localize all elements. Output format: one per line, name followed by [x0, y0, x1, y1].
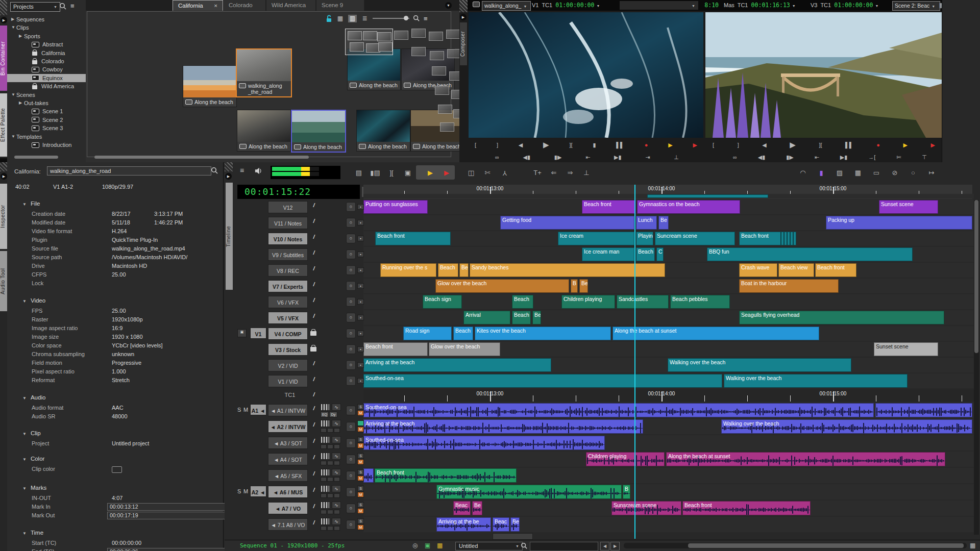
- pause-icon[interactable]: ▌▌: [845, 140, 853, 150]
- record-monitor-icon[interactable]: ▣: [237, 329, 247, 337]
- timeline-clip[interactable]: Beach sign: [423, 295, 462, 309]
- track-power-button[interactable]: ○: [346, 455, 356, 464]
- export-icon[interactable]: ↦: [925, 166, 938, 180]
- track-v8-rec-select[interactable]: V8 / REC: [268, 264, 308, 277]
- timeline-clip[interactable]: Putting on sunglasses: [363, 200, 428, 214]
- timeline-clip[interactable]: Southed-on-sea: [363, 374, 722, 388]
- timeline-clip[interactable]: Gymnastic music: [436, 485, 622, 499]
- mute-button[interactable]: M: [357, 410, 364, 416]
- solo-button[interactable]: S: [357, 404, 364, 410]
- list-view-icon[interactable]: ≣: [360, 15, 369, 22]
- tab-california[interactable]: California×: [173, 0, 223, 11]
- track-power-button[interactable]: ○: [346, 313, 356, 322]
- automation-tool-icon[interactable]: ∿: [332, 436, 341, 443]
- extend-icon[interactable]: →[: [868, 152, 875, 162]
- master-timecode-display[interactable]: 00:01:15:22: [237, 185, 360, 199]
- timeline-clip[interactable]: Sandcastles: [617, 295, 669, 309]
- sequence-dropdown[interactable]: Scene 2: Beac▼: [892, 1, 940, 11]
- palette-icon[interactable]: ▦: [437, 542, 443, 549]
- timeline-clip[interactable]: Arriving at the beach: [363, 419, 643, 434]
- timeline-clip[interactable]: Arrival: [463, 311, 510, 324]
- section-header-clip[interactable]: ▼Clip: [22, 430, 41, 436]
- track-v12-select[interactable]: V12: [268, 201, 308, 213]
- loop-icon[interactable]: ◎: [412, 542, 418, 549]
- solo-button[interactable]: S: [357, 486, 364, 491]
- scroll-right-icon[interactable]: ▶: [610, 542, 620, 550]
- pencil-icon[interactable]: /: [310, 218, 318, 224]
- track-power-button[interactable]: ○: [346, 360, 356, 370]
- pause-icon[interactable]: ▌▌: [616, 140, 624, 150]
- track-7-1-a8-vo-select[interactable]: ◄ 7.1 A8 / VO: [268, 518, 308, 531]
- eq-badge[interactable]: EQ: [321, 412, 329, 417]
- track-power-button[interactable]: ○: [346, 202, 356, 212]
- pencil-icon[interactable]: /: [310, 454, 318, 460]
- track-power-button[interactable]: ○: [346, 376, 356, 386]
- timeline-clip[interactable]: Kites over the beach: [475, 327, 611, 340]
- tab-scene-9[interactable]: Scene 9: [316, 0, 364, 11]
- drag-selection-box[interactable]: [345, 29, 393, 55]
- track-v9-subtitles-select[interactable]: V9 / Subtitles: [268, 248, 308, 261]
- timeline-clip[interactable]: Beach: [453, 327, 473, 340]
- grid-view-icon[interactable]: ▥: [348, 15, 357, 22]
- clip-card[interactable]: Along the beach: [291, 110, 346, 153]
- mark-in-icon[interactable]: [: [713, 140, 714, 150]
- splice-in-icon[interactable]: ▶: [903, 140, 907, 150]
- automation-tool-icon[interactable]: ∿: [332, 518, 341, 525]
- tab-colorado[interactable]: Colorado: [224, 0, 266, 11]
- waveform-tool-icon[interactable]: [321, 502, 330, 509]
- timeline-clip[interactable]: C: [656, 247, 664, 261]
- timeline-clip[interactable]: Beach: [636, 247, 655, 261]
- track-power-button[interactable]: ○: [346, 344, 356, 354]
- pencil-icon[interactable]: /: [310, 234, 318, 240]
- timeline-clip[interactable]: [647, 194, 768, 198]
- section-header-file[interactable]: ▼File: [22, 201, 40, 207]
- pencil-icon[interactable]: /: [310, 313, 318, 319]
- track-a7-vo-select[interactable]: ◄ A7 / VO: [268, 502, 308, 514]
- segment-overwrite-icon[interactable]: ▶: [440, 166, 453, 180]
- bin-hscrollbar[interactable]: [94, 156, 309, 159]
- overwrite-icon[interactable]: ▶: [930, 140, 935, 150]
- timeline-clip[interactable]: Beach: [512, 295, 533, 309]
- section-header-audio[interactable]: ▼Audio: [22, 394, 45, 400]
- audio-tool-rail-label[interactable]: Audio Tool: [0, 251, 7, 311]
- timeline-drag-handle[interactable]: [225, 162, 233, 171]
- property-input[interactable]: 00:00:26:26: [107, 548, 234, 551]
- clip-name-input[interactable]: [47, 166, 211, 176]
- search-icon[interactable]: [59, 3, 67, 10]
- pencil-icon[interactable]: /: [310, 519, 318, 525]
- pencil-icon[interactable]: /: [310, 470, 318, 477]
- timeline-clip[interactable]: Beach view: [778, 263, 814, 277]
- record-icon[interactable]: ●: [645, 140, 648, 150]
- track-v6-vfx-select[interactable]: V6 / VFX: [268, 296, 308, 308]
- timeline-clip[interactable]: Getting food: [500, 216, 634, 230]
- thumbnail-size-slider[interactable]: [373, 18, 409, 19]
- track-power-button[interactable]: ○: [346, 297, 356, 307]
- track-power-button[interactable]: ○: [346, 218, 356, 228]
- timeline-clip[interactable]: Beach front: [375, 232, 451, 245]
- composer-expand-icon[interactable]: ▶: [460, 14, 467, 20]
- track-v4-comp-select[interactable]: V4 / COMP: [268, 328, 308, 340]
- automation-tool-icon[interactable]: ∿: [332, 485, 341, 492]
- timeline-expand-icon[interactable]: ▶: [225, 173, 232, 180]
- timeline-clip[interactable]: Seagulls flying overhead: [739, 311, 944, 324]
- clip-color-checkbox[interactable]: [112, 466, 122, 473]
- track-monitor-box[interactable]: ▪: [357, 283, 364, 289]
- panel-drag-handle[interactable]: [0, 0, 7, 15]
- pencil-icon[interactable]: /: [310, 249, 318, 256]
- solo-button[interactable]: S: [357, 453, 364, 459]
- automation-tool-icon[interactable]: ∿: [332, 502, 341, 509]
- waveform-tool-icon[interactable]: [321, 436, 330, 443]
- timeline-clip[interactable]: Walking over the beach: [724, 374, 908, 388]
- timeline-clip[interactable]: Sunset scene: [874, 342, 938, 356]
- timeline-clip[interactable]: Glow over the beach: [435, 279, 569, 293]
- timeline-clip[interactable]: Children playing: [561, 295, 615, 309]
- pencil-icon[interactable]: /: [310, 438, 318, 444]
- source-patch-v1[interactable]: V1: [250, 328, 266, 339]
- track-monitor-box[interactable]: ▪: [357, 346, 364, 352]
- hamburger-menu-icon[interactable]: ≡: [70, 2, 75, 10]
- projects-dropdown[interactable]: Projects▼: [10, 2, 60, 12]
- mark-in-icon[interactable]: [: [475, 140, 476, 150]
- disable-icon[interactable]: ⊘: [888, 166, 901, 180]
- track-v5-vfx-select[interactable]: V5 / VFX: [268, 312, 308, 324]
- track-v3-stock-select[interactable]: V3 / Stock: [268, 343, 308, 356]
